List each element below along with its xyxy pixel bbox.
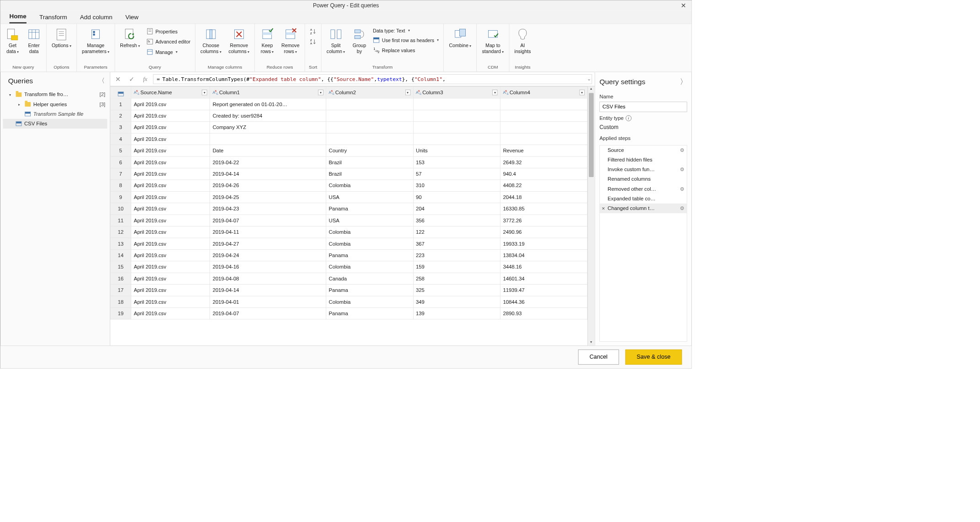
table-cell[interactable]: 2019-04-01 bbox=[210, 296, 326, 307]
table-cell[interactable]: April 2019.csv bbox=[131, 98, 210, 110]
table-cell[interactable]: Colombia bbox=[326, 261, 413, 273]
table-cell[interactable]: Company XYZ bbox=[210, 122, 326, 133]
applied-step[interactable]: Invoke custom fun…⚙ bbox=[600, 165, 687, 174]
table-cell[interactable]: April 2019.csv bbox=[131, 110, 210, 121]
replace-values-button[interactable]: 12 Replace values bbox=[372, 46, 440, 54]
column-filter-icon[interactable]: ▾ bbox=[492, 90, 497, 95]
table-cell[interactable]: April 2019.csv bbox=[131, 238, 210, 249]
refresh-button[interactable]: Refresh bbox=[118, 26, 142, 49]
applied-step[interactable]: ✕Changed column t…⚙ bbox=[600, 204, 687, 213]
applied-step[interactable]: Renamed columns bbox=[600, 174, 687, 184]
table-cell[interactable]: Panama bbox=[326, 307, 413, 319]
table-cell[interactable]: April 2019.csv bbox=[131, 249, 210, 261]
table-row[interactable]: 12April 2019.csv2019-04-11Colombia122249… bbox=[110, 226, 587, 238]
table-cell[interactable] bbox=[500, 122, 587, 133]
applied-step[interactable]: Expanded table co… bbox=[600, 194, 687, 204]
fx-icon[interactable]: fx bbox=[140, 75, 150, 83]
expand-icon[interactable]: ▾ bbox=[9, 92, 13, 97]
table-cell[interactable]: April 2019.csv bbox=[131, 285, 210, 296]
close-icon[interactable]: ✕ bbox=[678, 2, 689, 10]
table-cell[interactable]: 2019-04-14 bbox=[210, 285, 326, 296]
column-header[interactable]: ABCColumn2▾ bbox=[326, 87, 413, 98]
applied-step[interactable]: Removed other col…⚙ bbox=[600, 184, 687, 194]
manage-parameters-button[interactable]: Manage parameters bbox=[80, 26, 111, 55]
scroll-thumb[interactable] bbox=[589, 93, 594, 177]
table-cell[interactable]: April 2019.csv bbox=[131, 133, 210, 145]
table-row[interactable]: 13April 2019.csv2019-04-27Colombia367199… bbox=[110, 238, 587, 249]
table-cell[interactable] bbox=[500, 133, 587, 145]
table-cell[interactable]: Revenue bbox=[500, 145, 587, 156]
table-cell[interactable]: 2019-04-07 bbox=[210, 307, 326, 319]
query-item[interactable]: ▾Transform file fro…[2] bbox=[3, 90, 107, 99]
sort-desc-button[interactable]: ZA bbox=[308, 38, 318, 46]
table-cell[interactable]: 2019-04-24 bbox=[210, 249, 326, 261]
table-row[interactable]: 2April 2019.csvCreated by: user9284 bbox=[110, 110, 587, 121]
data-type-button[interactable]: Data type: Text bbox=[372, 27, 440, 34]
table-cell[interactable]: 3448.16 bbox=[500, 261, 587, 273]
table-cell[interactable]: 2649.32 bbox=[500, 156, 587, 168]
table-row[interactable]: 7April 2019.csv2019-04-14Brazil57940.4 bbox=[110, 168, 587, 179]
scroll-up-icon[interactable]: ▴ bbox=[588, 86, 595, 92]
table-row[interactable]: 1April 2019.csvReport generated on 01-01… bbox=[110, 98, 587, 110]
table-row[interactable]: 11April 2019.csv2019-04-07USA3563772.26 bbox=[110, 215, 587, 226]
table-cell[interactable]: 153 bbox=[413, 156, 500, 168]
ai-insights-button[interactable]: AI insights bbox=[512, 26, 533, 55]
table-cell[interactable]: Colombia bbox=[326, 238, 413, 249]
table-cell[interactable]: 2019-04-22 bbox=[210, 156, 326, 168]
keep-rows-button[interactable]: Keep rows bbox=[258, 26, 276, 55]
table-cell[interactable]: 2019-04-07 bbox=[210, 215, 326, 226]
menu-tab-transform[interactable]: Transform bbox=[39, 13, 67, 24]
table-row[interactable]: 8April 2019.csv2019-04-26Colombia3104408… bbox=[110, 180, 587, 191]
formula-accept-icon[interactable]: ✓ bbox=[127, 75, 137, 84]
table-cell[interactable]: Report generated on 01-01-20… bbox=[210, 98, 326, 110]
table-cell[interactable]: 122 bbox=[413, 226, 500, 238]
table-cell[interactable]: 11939.47 bbox=[500, 285, 587, 296]
table-row[interactable]: 15April 2019.csv2019-04-16Colombia159344… bbox=[110, 261, 587, 273]
table-cell[interactable]: 2019-04-08 bbox=[210, 273, 326, 284]
table-row[interactable]: 4April 2019.csv bbox=[110, 133, 587, 145]
collapse-queries-icon[interactable]: 〈 bbox=[98, 76, 105, 85]
menu-tab-view[interactable]: View bbox=[125, 13, 139, 24]
table-cell[interactable]: 349 bbox=[413, 296, 500, 307]
query-item[interactable]: CSV Files bbox=[3, 119, 107, 129]
properties-button[interactable]: Properties bbox=[145, 27, 192, 35]
table-cell[interactable]: 2044.18 bbox=[500, 191, 587, 203]
applied-step[interactable]: Source⚙ bbox=[600, 145, 687, 155]
formula-expand-icon[interactable]: ⌄ bbox=[588, 76, 591, 81]
table-row[interactable]: 14April 2019.csv2019-04-24Panama22313834… bbox=[110, 249, 587, 261]
choose-columns-button[interactable]: Choose columns bbox=[199, 26, 223, 55]
table-cell[interactable]: 2019-04-16 bbox=[210, 261, 326, 273]
table-cell[interactable]: 204 bbox=[413, 203, 500, 215]
table-cell[interactable] bbox=[413, 133, 500, 145]
column-filter-icon[interactable]: ▾ bbox=[202, 90, 207, 95]
table-cell[interactable]: 310 bbox=[413, 180, 500, 191]
gear-icon[interactable]: ⚙ bbox=[680, 186, 684, 192]
table-cell[interactable]: 2890.93 bbox=[500, 307, 587, 319]
table-cell[interactable]: 2019-04-11 bbox=[210, 226, 326, 238]
query-item[interactable]: ▸Helper queries[3] bbox=[3, 99, 107, 109]
query-name-input[interactable] bbox=[599, 102, 687, 112]
options-button[interactable]: Options bbox=[50, 26, 73, 49]
table-cell[interactable] bbox=[210, 133, 326, 145]
table-cell[interactable]: April 2019.csv bbox=[131, 273, 210, 284]
table-cell[interactable]: 367 bbox=[413, 238, 500, 249]
table-cell[interactable]: 258 bbox=[413, 273, 500, 284]
column-header[interactable]: ABCColumn4▾ bbox=[500, 87, 587, 98]
table-cell[interactable]: April 2019.csv bbox=[131, 122, 210, 133]
formula-input[interactable]: = Table.TransformColumnTypes(#"Expanded … bbox=[153, 74, 592, 84]
table-cell[interactable] bbox=[326, 110, 413, 121]
table-cell[interactable]: April 2019.csv bbox=[131, 156, 210, 168]
get-data-button[interactable]: Get data bbox=[4, 26, 22, 55]
scroll-down-icon[interactable]: ▾ bbox=[588, 340, 595, 346]
table-cell[interactable]: 10844.36 bbox=[500, 296, 587, 307]
enter-data-button[interactable]: Enter data bbox=[25, 26, 43, 55]
table-cell[interactable]: April 2019.csv bbox=[131, 203, 210, 215]
table-cell[interactable]: 940.4 bbox=[500, 168, 587, 179]
table-cell[interactable]: April 2019.csv bbox=[131, 296, 210, 307]
advanced-editor-button[interactable]: fx Advanced editor bbox=[145, 38, 192, 46]
table-cell[interactable]: 139 bbox=[413, 307, 500, 319]
table-cell[interactable] bbox=[326, 122, 413, 133]
table-row[interactable]: 17April 2019.csv2019-04-14Panama32511939… bbox=[110, 285, 587, 296]
table-cell[interactable]: Canada bbox=[326, 273, 413, 284]
table-cell[interactable]: 223 bbox=[413, 249, 500, 261]
